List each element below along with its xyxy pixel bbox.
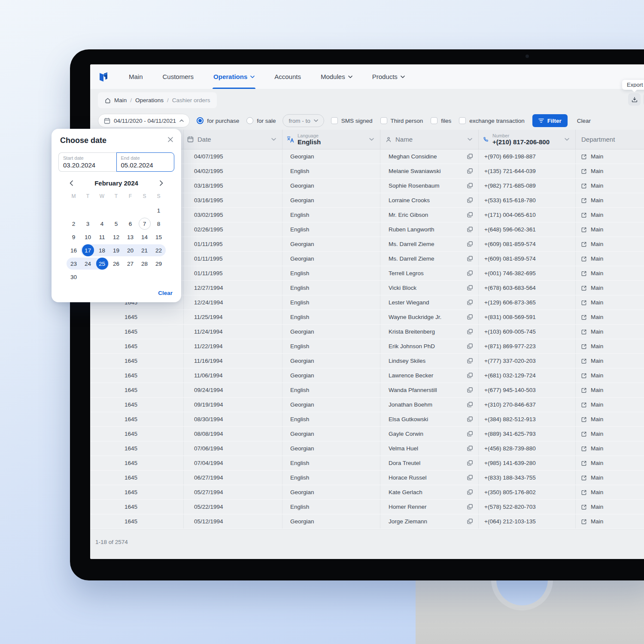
row-department[interactable]: Main: [576, 237, 644, 251]
copy-icon[interactable]: [467, 328, 473, 335]
copy-icon[interactable]: [467, 401, 473, 408]
copy-icon[interactable]: [467, 212, 473, 218]
external-link-icon[interactable]: [581, 475, 587, 481]
external-link-icon[interactable]: [581, 446, 587, 452]
copy-icon[interactable]: [467, 285, 473, 291]
copy-icon[interactable]: [467, 474, 473, 481]
row-department[interactable]: Main: [576, 485, 644, 499]
copy-icon[interactable]: [467, 255, 473, 262]
external-link-icon[interactable]: [581, 285, 587, 291]
row-department[interactable]: Main: [576, 471, 644, 485]
nav-item-main[interactable]: Main: [129, 64, 143, 89]
table-row[interactable]: 164507/04/1994EnglishDora Treutel+(985) …: [90, 456, 644, 471]
table-row[interactable]: 164511/22/1994EnglishErik Johnson PhD+(8…: [90, 339, 644, 354]
calendar-day[interactable]: 6: [123, 218, 137, 230]
calendar-day-number[interactable]: 20: [125, 244, 137, 256]
row-department[interactable]: Main: [576, 339, 644, 353]
calendar-day-number[interactable]: 27: [125, 258, 137, 270]
copy-icon[interactable]: [467, 197, 473, 204]
calendar-day[interactable]: 2: [67, 218, 81, 230]
calendar-day-number[interactable]: 26: [110, 258, 122, 270]
table-row[interactable]: 164511/25/1994EnglishWayne Buckridge Jr.…: [90, 310, 644, 325]
checkbox-icon[interactable]: [331, 117, 338, 124]
row-department[interactable]: Main: [576, 149, 644, 164]
row-department[interactable]: Main: [576, 412, 644, 426]
calendar-day[interactable]: 11: [95, 231, 109, 243]
calendar-day[interactable]: 20: [123, 244, 137, 256]
table-row[interactable]: 164509/24/1994EnglishWanda Pfannerstill+…: [90, 383, 644, 398]
calendar-day[interactable]: 4: [95, 218, 109, 230]
calendar-day-number[interactable]: 19: [110, 244, 122, 256]
external-link-icon[interactable]: [581, 489, 587, 495]
external-link-icon[interactable]: [581, 387, 587, 393]
nav-item-operations[interactable]: Operations: [213, 64, 255, 89]
calendar-day-number[interactable]: 18: [96, 244, 108, 256]
calendar-day-number[interactable]: 16: [68, 244, 80, 256]
external-link-icon[interactable]: [581, 314, 587, 320]
copy-icon[interactable]: [467, 504, 473, 510]
calendar-day-number[interactable]: 6: [125, 218, 137, 230]
row-department[interactable]: Main: [576, 500, 644, 514]
external-link-icon[interactable]: [581, 212, 587, 218]
breadcrumb-item-operations[interactable]: Operations: [135, 97, 164, 103]
calendar-day[interactable]: 12: [109, 231, 123, 243]
copy-icon[interactable]: [467, 182, 473, 189]
calendar-day[interactable]: 17: [81, 244, 95, 256]
table-row[interactable]: 164506/27/1994EnglishHorace Russel+(833)…: [90, 471, 644, 485]
amount-range-select[interactable]: from - to: [283, 114, 324, 127]
external-link-icon[interactable]: [581, 416, 587, 422]
calendar-day-number[interactable]: 14: [139, 231, 151, 243]
external-link-icon[interactable]: [581, 270, 587, 276]
nav-item-products[interactable]: Products: [372, 64, 405, 89]
calendar-day[interactable]: 10: [81, 231, 95, 243]
external-link-icon[interactable]: [581, 460, 587, 466]
calendar-day[interactable]: 1: [152, 204, 166, 216]
external-link-icon[interactable]: [581, 358, 587, 364]
checkbox-third-person[interactable]: Third person: [380, 117, 423, 124]
calendar-day-number[interactable]: 21: [139, 244, 151, 256]
breadcrumb-item-main[interactable]: Main: [114, 97, 127, 103]
checkbox-icon[interactable]: [380, 117, 387, 124]
table-row[interactable]: 164511/16/1994GeorgianLindsey Skiles+(77…: [90, 354, 644, 368]
calendar-day-number[interactable]: 8: [153, 218, 165, 230]
row-department[interactable]: Main: [576, 325, 644, 339]
calendar-day-number[interactable]: 15: [153, 231, 165, 243]
copy-icon[interactable]: [467, 445, 473, 452]
copy-icon[interactable]: [467, 358, 473, 364]
table-row[interactable]: 164511/06/1994GeorgianLawrence Becker+(6…: [90, 368, 644, 383]
calendar-day-number[interactable]: 13: [125, 231, 137, 243]
row-department[interactable]: Main: [576, 222, 644, 237]
checkbox-sms-signed[interactable]: SMS signed: [331, 117, 373, 124]
calendar-day[interactable]: 16: [67, 244, 81, 256]
nav-item-modules[interactable]: Modules: [321, 64, 352, 89]
calendar-day-number[interactable]: 5: [110, 218, 122, 230]
calendar-clear-button[interactable]: Clear: [158, 290, 173, 296]
row-department[interactable]: Main: [576, 252, 644, 266]
calendar-day-number[interactable]: 9: [68, 231, 80, 243]
table-row[interactable]: 164509/19/1994GeorgianJonathan Boehm+(31…: [90, 398, 644, 412]
row-department[interactable]: Main: [576, 398, 644, 412]
column-header-name[interactable]: Name: [380, 130, 479, 149]
calendar-day-number[interactable]: 23: [68, 258, 80, 270]
calendar-day[interactable]: 28: [137, 258, 152, 270]
external-link-icon[interactable]: [581, 519, 587, 525]
app-logo[interactable]: [90, 64, 109, 89]
breadcrumb[interactable]: Main / Operations / Cashier orders: [98, 92, 217, 108]
calendar-day[interactable]: 26: [109, 258, 123, 270]
table-row[interactable]: 164508/08/1994GeorgianGayle Corwin+(889)…: [90, 427, 644, 441]
external-link-icon[interactable]: [581, 373, 587, 379]
external-link-icon[interactable]: [581, 343, 587, 349]
calendar-day[interactable]: 5: [109, 218, 123, 230]
chevron-down-icon[interactable]: [565, 138, 569, 141]
clear-filters-button[interactable]: Clear: [577, 118, 591, 124]
external-link-icon[interactable]: [581, 183, 587, 189]
calendar-day-number[interactable]: 22: [153, 244, 165, 256]
start-date-field[interactable]: Start date 03.20.2024: [58, 152, 116, 172]
calendar-day-number[interactable]: 28: [139, 258, 151, 270]
table-row[interactable]: 164508/30/1994EnglishElsa Gutkowski+(384…: [90, 412, 644, 427]
calendar-day-number[interactable]: 2: [68, 218, 80, 230]
copy-icon[interactable]: [467, 168, 473, 174]
export-button[interactable]: [628, 93, 641, 106]
copy-icon[interactable]: [467, 270, 473, 276]
checkbox-exchange-transaction[interactable]: exchange transaction: [459, 117, 524, 124]
